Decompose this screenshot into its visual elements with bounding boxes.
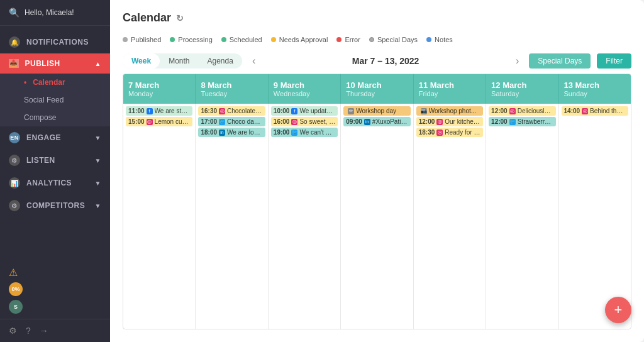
legend-label-notes: Notes xyxy=(435,36,453,43)
cal-date-mon: 7 March xyxy=(128,80,190,90)
fab-add-button[interactable]: + xyxy=(605,297,631,323)
ig-icon-fri3: ◎ xyxy=(436,130,443,136)
legend-label-needs-approval: Needs Approval xyxy=(279,36,328,43)
cal-day-thu: Thursday xyxy=(346,90,408,97)
view-tabs: Week Month Agenda xyxy=(123,53,242,69)
search-icon[interactable]: 🔍 xyxy=(9,8,19,18)
sidebar-bottom: ⚙ ? → xyxy=(0,319,110,342)
event-fri-3[interactable]: 18:30 ◎ Ready for the w... xyxy=(416,128,483,137)
legend-published: Published xyxy=(123,36,161,43)
sidebar-item-compose[interactable]: Compose xyxy=(0,109,110,126)
alert-badge-green[interactable]: S xyxy=(9,300,23,314)
logout-icon[interactable]: → xyxy=(40,326,48,336)
notifications-icon: 🔔 xyxy=(9,36,20,48)
li-icon-tue: in xyxy=(219,130,225,136)
li-icon-thu: in xyxy=(364,119,370,125)
competitors-icon: ⚙ xyxy=(9,200,20,211)
cal-col-wed: 10:00 f We updated ou... 16:00 ◎ So swee… xyxy=(269,104,341,329)
ig-icon-fri2: ◎ xyxy=(436,119,443,125)
event-wed-3[interactable]: 19:00 🐦 We can't wait f... xyxy=(271,128,338,137)
calendar-body: 11:00 f We are starting... 15:00 ◎ Lemon… xyxy=(123,104,631,329)
legend-label-scheduled: Scheduled xyxy=(230,36,262,43)
legend-special-days: Special Days xyxy=(369,36,418,43)
publish-submenu: Calendar Social Feed Compose xyxy=(0,74,110,126)
cal-col-tue: 16:30 ◎ Chocolate is ou... 17:00 🐦 Choco… xyxy=(196,104,268,329)
refresh-icon[interactable]: ↻ xyxy=(176,13,184,23)
sidebar-item-engage[interactable]: EN ENGAGE ▼ xyxy=(0,126,110,149)
event-sat-2[interactable]: 12:00 🐦 Strawberry chc... xyxy=(489,117,555,126)
sidebar-nav: 🔔 NOTIFICATIONS 📤 PUBLISH ▲ Calendar Soc… xyxy=(0,26,110,262)
tw-icon-wed: 🐦 xyxy=(291,130,297,136)
legend-processing: Processing xyxy=(170,36,212,43)
cal-date-sun: 13 March xyxy=(564,80,626,90)
cal-day-mon: Monday xyxy=(128,90,190,97)
event-thu-2[interactable]: 09:00 in #XuxoPatisseri... xyxy=(343,117,410,126)
analytics-icon: 📊 xyxy=(9,177,20,189)
cal-header-wed: 9 March Wednesday xyxy=(269,74,341,104)
sidebar-top: 🔍 Hello, Micaela! xyxy=(0,0,110,26)
main-header: Calendar ↻ xyxy=(110,0,644,31)
event-tue-2[interactable]: 17:00 🐦 Choco day! Are... xyxy=(198,117,265,126)
next-arrow[interactable]: › xyxy=(512,54,523,68)
filter-button[interactable]: Filter xyxy=(597,53,631,69)
settings-icon[interactable]: ⚙ xyxy=(9,326,17,336)
main-content: Calendar ↻ Published Processing Schedule… xyxy=(110,0,644,342)
analytics-label: ANALYTICS xyxy=(26,179,72,187)
event-sun-1[interactable]: 14:00 ◎ Behind the cam... xyxy=(562,106,628,116)
cal-date-fri: 11 March xyxy=(419,80,480,90)
legend-dot-processing xyxy=(170,37,175,42)
publish-chevron: ▲ xyxy=(95,60,101,67)
calendar-controls: Week Month Agenda ‹ Mar 7 – 13, 2022 › S… xyxy=(110,48,644,74)
cal-col-sun: 14:00 ◎ Behind the cam... xyxy=(559,104,631,329)
listen-chevron-icon: ▼ xyxy=(95,157,101,164)
event-wed-2[interactable]: 16:00 ◎ So sweet, so de... xyxy=(271,117,338,126)
event-tue-3[interactable]: 18:00 in We are looking... xyxy=(198,128,265,137)
calendar-grid: 7 March Monday 8 March Tuesday 9 March W… xyxy=(123,74,631,329)
competitors-chevron-icon: ▼ xyxy=(95,202,101,209)
legend-dot-needs-approval xyxy=(271,37,276,42)
event-sat-1[interactable]: 12:00 ◎ Deliciously swe... xyxy=(489,106,555,116)
event-wed-1[interactable]: 10:00 f We updated ou... xyxy=(271,106,338,116)
tw-icon-tue: 🐦 xyxy=(219,119,225,125)
sidebar-item-publish[interactable]: 📤 PUBLISH ▲ xyxy=(0,53,110,74)
sidebar-item-competitors[interactable]: ⚙ COMPETITORS ▼ xyxy=(0,194,110,217)
calendar-header-row: 7 March Monday 8 March Tuesday 9 March W… xyxy=(123,74,631,104)
competitors-label: COMPETITORS xyxy=(26,201,85,210)
title-text: Calendar xyxy=(123,11,171,25)
sidebar-item-listen[interactable]: ⚙ LISTEN ▼ xyxy=(0,149,110,172)
engage-icon: EN xyxy=(9,132,20,143)
legend-needs-approval: Needs Approval xyxy=(271,36,328,43)
event-mon-2[interactable]: 15:00 ◎ Lemon cupcake... xyxy=(126,117,192,126)
sidebar-item-notifications[interactable]: 🔔 NOTIFICATIONS xyxy=(0,31,110,53)
ig-icon: ◎ xyxy=(147,119,153,125)
cal-col-fri: 📷 Workshop phot... 12:00 ◎ Our kitchen i… xyxy=(414,104,486,329)
legend-dot-error xyxy=(336,37,341,42)
legend: Published Processing Scheduled Needs App… xyxy=(110,31,644,48)
special-days-button[interactable]: Special Days xyxy=(529,53,591,69)
engage-label: ENGAGE xyxy=(26,133,61,142)
alert-badge-orange[interactable]: 0% xyxy=(9,282,23,296)
legend-dot-published xyxy=(123,37,128,42)
event-fri-1[interactable]: 📷 Workshop phot... xyxy=(416,106,483,116)
notifications-label: NOTIFICATIONS xyxy=(26,38,89,47)
cal-header-sat: 12 March Saturday xyxy=(486,74,558,104)
sidebar-item-social-feed[interactable]: Social Feed xyxy=(0,91,110,109)
help-icon[interactable]: ? xyxy=(26,326,31,336)
cal-header-fri: 11 March Friday xyxy=(414,74,486,104)
event-tue-1[interactable]: 16:30 ◎ Chocolate is ou... xyxy=(198,106,265,116)
event-mon-1[interactable]: 11:00 f We are starting... xyxy=(126,106,192,116)
event-thu-1[interactable]: ✏ Workshop day xyxy=(343,106,410,116)
tab-month[interactable]: Month xyxy=(160,53,198,69)
tab-agenda[interactable]: Agenda xyxy=(199,53,242,69)
prev-arrow[interactable]: ‹ xyxy=(248,54,259,68)
calendar-label: Calendar xyxy=(33,78,65,87)
sidebar-item-calendar[interactable]: Calendar xyxy=(0,74,110,91)
ig-icon-sun1: ◎ xyxy=(582,108,588,114)
social-feed-label: Social Feed xyxy=(24,96,64,104)
event-fri-2[interactable]: 12:00 ◎ Our kitchen is... xyxy=(416,117,483,126)
cal-date-thu: 10 March xyxy=(346,80,408,90)
tab-week[interactable]: Week xyxy=(123,53,160,69)
alert-warning-icon[interactable]: ⚠ xyxy=(9,267,101,279)
sidebar-item-analytics[interactable]: 📊 ANALYTICS ▼ xyxy=(0,172,110,194)
cal-date-sat: 12 March xyxy=(491,80,553,90)
